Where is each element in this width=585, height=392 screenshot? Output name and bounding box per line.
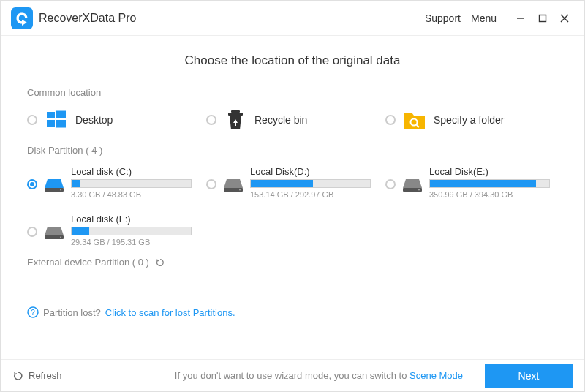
- svg-rect-1: [540, 15, 546, 21]
- partition-lost-text: Partition lost?: [43, 307, 101, 318]
- radio-icon: [385, 115, 396, 125]
- footer-hint: If you don't want to use wizard mode, yo…: [175, 370, 463, 381]
- svg-rect-8: [231, 110, 240, 113]
- disk-name: Local disk (F:): [71, 214, 192, 225]
- scan-lost-partitions-link[interactable]: Click to scan for lost Partitions.: [105, 307, 235, 318]
- location-label: Specify a folder: [434, 114, 505, 126]
- minimize-button[interactable]: [514, 12, 527, 25]
- location-recyclebin[interactable]: Recycle bin: [206, 108, 371, 132]
- footer: Refresh If you don't want to use wizard …: [1, 359, 584, 391]
- svg-point-19: [60, 237, 61, 238]
- svg-text:?: ?: [31, 309, 35, 317]
- next-button[interactable]: Next: [485, 364, 573, 388]
- scene-mode-link[interactable]: Scene Mode: [410, 370, 463, 381]
- disk-size-text: 29.34 GB / 195.31 GB: [71, 238, 192, 246]
- svg-rect-7: [56, 120, 66, 128]
- disk-item[interactable]: Local Disk(E:)350.99 GB / 394.30 GB: [385, 166, 550, 199]
- location-desktop[interactable]: Desktop: [27, 108, 192, 132]
- svg-point-13: [60, 189, 61, 191]
- location-label: Desktop: [75, 114, 113, 126]
- disk-usage-bar: [71, 227, 192, 235]
- svg-rect-5: [56, 111, 66, 119]
- page-title: Choose the location of the original data: [27, 53, 558, 68]
- svg-rect-9: [228, 113, 243, 116]
- disk-icon: [45, 178, 64, 192]
- disk-size-text: 153.14 GB / 292.97 GB: [250, 190, 371, 199]
- folder-search-icon: [403, 108, 426, 132]
- radio-icon: [206, 115, 216, 125]
- windows-icon: [45, 108, 68, 132]
- external-partition-label: External device Partition ( 0 ): [27, 257, 149, 268]
- refresh-external-icon[interactable]: [155, 257, 165, 268]
- recyclebin-icon: [224, 108, 247, 132]
- disk-name: Local disk (C:): [71, 166, 192, 177]
- disk-name: Local Disk(E:): [429, 166, 550, 177]
- close-button[interactable]: [558, 12, 571, 25]
- disk-name: Local Disk(D:): [250, 166, 371, 177]
- location-specify-folder[interactable]: Specify a folder: [385, 108, 550, 132]
- radio-icon: [385, 179, 396, 189]
- svg-point-17: [418, 189, 420, 191]
- disk-usage-bar: [71, 179, 192, 188]
- disk-item[interactable]: Local Disk(D:)153.14 GB / 292.97 GB: [206, 166, 371, 199]
- refresh-icon: [12, 370, 24, 382]
- disk-item[interactable]: Local disk (C:)3.30 GB / 48.83 GB: [27, 166, 192, 199]
- main-content: Choose the location of the original data…: [1, 36, 584, 359]
- disk-usage-bar: [250, 179, 371, 188]
- disk-icon: [224, 178, 243, 192]
- common-location-label: Common location: [27, 87, 558, 98]
- radio-icon: [27, 115, 37, 125]
- radio-icon: [27, 179, 37, 189]
- maximize-button[interactable]: [536, 12, 549, 25]
- app-title: RecoverXData Pro: [39, 12, 136, 25]
- app-window: RecoverXData Pro Support Menu Choose the…: [0, 0, 585, 392]
- radio-icon: [206, 179, 216, 189]
- titlebar: RecoverXData Pro Support Menu: [1, 1, 584, 36]
- disk-icon: [403, 178, 422, 192]
- svg-rect-4: [47, 112, 55, 118]
- disk-partition-label: Disk Partition ( 4 ): [27, 145, 558, 156]
- support-link[interactable]: Support: [425, 12, 461, 24]
- disk-usage-bar: [429, 179, 550, 188]
- svg-rect-6: [47, 120, 55, 127]
- disk-size-text: 3.30 GB / 48.83 GB: [71, 190, 192, 199]
- refresh-button[interactable]: Refresh: [12, 370, 62, 382]
- radio-icon: [27, 227, 37, 237]
- app-logo-icon: [11, 7, 33, 29]
- svg-point-15: [239, 189, 241, 191]
- disk-icon: [45, 225, 64, 240]
- refresh-label: Refresh: [29, 370, 62, 381]
- disk-size-text: 350.99 GB / 394.30 GB: [429, 190, 550, 199]
- menu-link[interactable]: Menu: [471, 12, 497, 24]
- disk-item[interactable]: Local disk (F:)29.34 GB / 195.31 GB: [27, 214, 192, 246]
- help-icon: ?: [27, 306, 39, 318]
- location-label: Recycle bin: [254, 114, 307, 126]
